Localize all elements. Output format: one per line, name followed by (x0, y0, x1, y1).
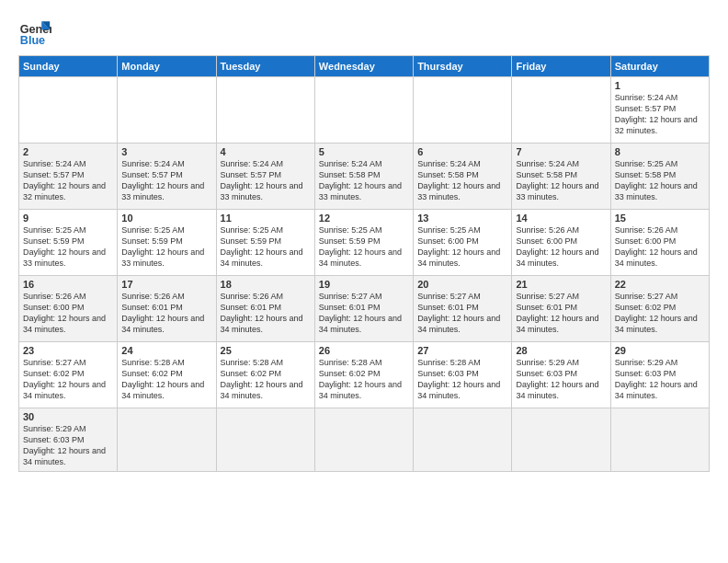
day-info: Sunrise: 5:27 AM Sunset: 6:02 PM Dayligh… (615, 291, 705, 336)
header: General Blue (18, 15, 710, 48)
calendar-cell (314, 408, 413, 472)
day-info: Sunrise: 5:27 AM Sunset: 6:02 PM Dayligh… (23, 357, 113, 402)
day-number: 26 (319, 345, 409, 356)
day-info: Sunrise: 5:27 AM Sunset: 6:01 PM Dayligh… (417, 291, 507, 336)
day-info: Sunrise: 5:26 AM Sunset: 6:00 PM Dayligh… (615, 224, 705, 270)
calendar-cell: 15Sunrise: 5:26 AM Sunset: 6:00 PM Dayli… (610, 210, 709, 276)
day-number: 23 (23, 345, 113, 356)
calendar-cell (414, 408, 512, 472)
calendar-cell: 7Sunrise: 5:24 AM Sunset: 5:58 PM Daylig… (512, 144, 610, 210)
weekday-header-friday: Friday (512, 56, 610, 77)
day-number: 16 (23, 279, 113, 290)
day-number: 10 (121, 213, 211, 224)
week-row-3: 16Sunrise: 5:26 AM Sunset: 6:00 PM Dayli… (19, 276, 710, 342)
calendar-table: SundayMondayTuesdayWednesdayThursdayFrid… (18, 55, 710, 472)
day-number: 22 (615, 279, 705, 290)
calendar-cell: 9Sunrise: 5:25 AM Sunset: 5:59 PM Daylig… (19, 210, 118, 276)
logo-icon: General Blue (18, 15, 51, 48)
weekday-header-wednesday: Wednesday (314, 56, 413, 77)
day-number: 1 (615, 80, 705, 91)
day-number: 12 (319, 213, 409, 224)
day-info: Sunrise: 5:24 AM Sunset: 5:57 PM Dayligh… (221, 158, 311, 203)
calendar-cell: 16Sunrise: 5:26 AM Sunset: 6:00 PM Dayli… (19, 276, 118, 342)
calendar-cell: 21Sunrise: 5:27 AM Sunset: 6:01 PM Dayli… (512, 276, 610, 342)
day-number: 15 (615, 213, 705, 224)
day-info: Sunrise: 5:24 AM Sunset: 5:58 PM Dayligh… (319, 158, 409, 203)
day-number: 19 (319, 279, 409, 290)
calendar-cell: 28Sunrise: 5:29 AM Sunset: 6:03 PM Dayli… (512, 342, 610, 408)
day-info: Sunrise: 5:29 AM Sunset: 6:03 PM Dayligh… (516, 357, 606, 402)
day-info: Sunrise: 5:26 AM Sunset: 6:01 PM Dayligh… (221, 291, 311, 336)
calendar-cell (216, 77, 314, 144)
svg-text:Blue: Blue (20, 34, 45, 47)
calendar-cell: 29Sunrise: 5:29 AM Sunset: 6:03 PM Dayli… (610, 342, 709, 408)
calendar-cell: 22Sunrise: 5:27 AM Sunset: 6:02 PM Dayli… (610, 276, 709, 342)
day-info: Sunrise: 5:27 AM Sunset: 6:01 PM Dayligh… (319, 291, 409, 336)
day-info: Sunrise: 5:24 AM Sunset: 5:57 PM Dayligh… (23, 158, 113, 203)
calendar-cell (512, 77, 610, 144)
calendar-cell: 6Sunrise: 5:24 AM Sunset: 5:58 PM Daylig… (414, 144, 512, 210)
calendar-cell (118, 77, 216, 144)
calendar-cell: 27Sunrise: 5:28 AM Sunset: 6:03 PM Dayli… (414, 342, 512, 408)
day-number: 5 (319, 146, 409, 157)
calendar-cell: 12Sunrise: 5:25 AM Sunset: 5:59 PM Dayli… (314, 210, 413, 276)
calendar-cell: 4Sunrise: 5:24 AM Sunset: 5:57 PM Daylig… (216, 144, 314, 210)
day-info: Sunrise: 5:24 AM Sunset: 5:58 PM Dayligh… (417, 158, 507, 203)
calendar-cell: 17Sunrise: 5:26 AM Sunset: 6:01 PM Dayli… (118, 276, 216, 342)
calendar-cell (118, 408, 216, 472)
calendar-cell: 5Sunrise: 5:24 AM Sunset: 5:58 PM Daylig… (314, 144, 413, 210)
weekday-header-monday: Monday (118, 56, 216, 77)
day-info: Sunrise: 5:25 AM Sunset: 5:59 PM Dayligh… (319, 224, 409, 270)
week-row-5: 30Sunrise: 5:29 AM Sunset: 6:03 PM Dayli… (19, 408, 710, 472)
day-info: Sunrise: 5:28 AM Sunset: 6:02 PM Dayligh… (319, 357, 409, 402)
day-info: Sunrise: 5:25 AM Sunset: 5:59 PM Dayligh… (23, 224, 113, 270)
day-number: 7 (516, 146, 606, 157)
calendar-cell (512, 408, 610, 472)
calendar-cell: 8Sunrise: 5:25 AM Sunset: 5:58 PM Daylig… (610, 144, 709, 210)
day-number: 28 (516, 345, 606, 356)
day-info: Sunrise: 5:26 AM Sunset: 6:00 PM Dayligh… (23, 291, 113, 336)
day-info: Sunrise: 5:24 AM Sunset: 5:58 PM Dayligh… (516, 158, 606, 203)
day-number: 29 (615, 345, 705, 356)
day-info: Sunrise: 5:28 AM Sunset: 6:02 PM Dayligh… (221, 357, 311, 402)
calendar-cell: 10Sunrise: 5:25 AM Sunset: 5:59 PM Dayli… (118, 210, 216, 276)
day-number: 6 (417, 146, 507, 157)
day-number: 17 (121, 279, 211, 290)
calendar-cell: 25Sunrise: 5:28 AM Sunset: 6:02 PM Dayli… (216, 342, 314, 408)
calendar-cell: 19Sunrise: 5:27 AM Sunset: 6:01 PM Dayli… (314, 276, 413, 342)
day-info: Sunrise: 5:26 AM Sunset: 6:00 PM Dayligh… (516, 224, 606, 270)
weekday-header-sunday: Sunday (19, 56, 118, 77)
day-info: Sunrise: 5:29 AM Sunset: 6:03 PM Dayligh… (23, 423, 113, 468)
calendar-cell: 20Sunrise: 5:27 AM Sunset: 6:01 PM Dayli… (414, 276, 512, 342)
calendar-cell: 14Sunrise: 5:26 AM Sunset: 6:00 PM Dayli… (512, 210, 610, 276)
day-info: Sunrise: 5:25 AM Sunset: 5:58 PM Dayligh… (615, 158, 705, 203)
day-number: 13 (417, 213, 507, 224)
calendar-cell (314, 77, 413, 144)
day-number: 27 (417, 345, 507, 356)
day-info: Sunrise: 5:28 AM Sunset: 6:03 PM Dayligh… (417, 357, 507, 402)
day-number: 4 (221, 146, 311, 157)
day-number: 21 (516, 279, 606, 290)
day-info: Sunrise: 5:26 AM Sunset: 6:01 PM Dayligh… (121, 291, 211, 336)
weekday-header-row: SundayMondayTuesdayWednesdayThursdayFrid… (19, 56, 710, 77)
day-info: Sunrise: 5:25 AM Sunset: 5:59 PM Dayligh… (121, 224, 211, 270)
day-number: 20 (417, 279, 507, 290)
day-info: Sunrise: 5:24 AM Sunset: 5:57 PM Dayligh… (121, 158, 211, 203)
calendar-cell (610, 408, 709, 472)
calendar-cell: 18Sunrise: 5:26 AM Sunset: 6:01 PM Dayli… (216, 276, 314, 342)
logo: General Blue (18, 15, 51, 48)
calendar-cell: 1Sunrise: 5:24 AM Sunset: 5:57 PM Daylig… (610, 77, 709, 144)
calendar-cell: 13Sunrise: 5:25 AM Sunset: 6:00 PM Dayli… (414, 210, 512, 276)
day-number: 18 (221, 279, 311, 290)
week-row-4: 23Sunrise: 5:27 AM Sunset: 6:02 PM Dayli… (19, 342, 710, 408)
day-info: Sunrise: 5:28 AM Sunset: 6:02 PM Dayligh… (121, 357, 211, 402)
week-row-2: 9Sunrise: 5:25 AM Sunset: 5:59 PM Daylig… (19, 210, 710, 276)
week-row-0: 1Sunrise: 5:24 AM Sunset: 5:57 PM Daylig… (19, 77, 710, 144)
day-number: 9 (23, 213, 113, 224)
calendar-cell (414, 77, 512, 144)
weekday-header-tuesday: Tuesday (216, 56, 314, 77)
weekday-header-saturday: Saturday (610, 56, 709, 77)
weekday-header-thursday: Thursday (414, 56, 512, 77)
calendar-cell (19, 77, 118, 144)
calendar-cell: 3Sunrise: 5:24 AM Sunset: 5:57 PM Daylig… (118, 144, 216, 210)
